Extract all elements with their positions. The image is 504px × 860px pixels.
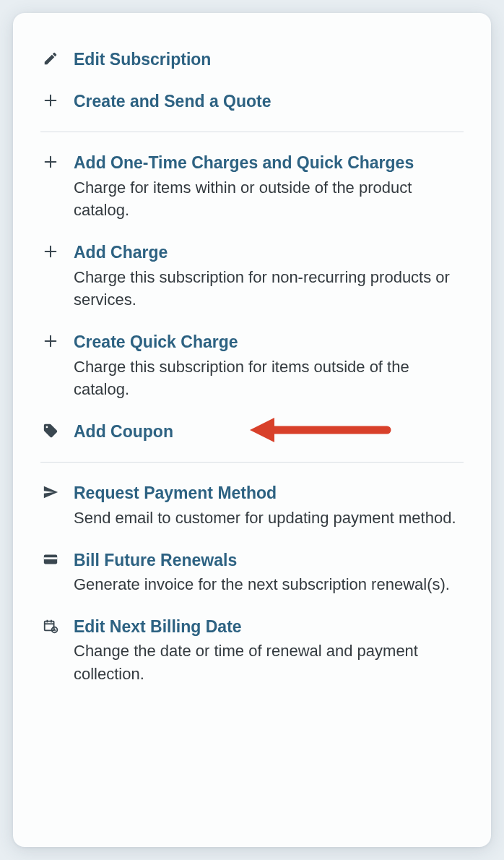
action-title: Add Coupon	[74, 420, 464, 443]
svg-line-19	[55, 630, 56, 631]
action-text: Edit Subscription	[74, 48, 464, 71]
action-text: Add Coupon	[74, 420, 464, 443]
action-description: Charge this subscription for items outsi…	[74, 356, 464, 402]
action-create-quick-charge[interactable]: Create Quick ChargeCharge this subscript…	[40, 330, 464, 401]
plus-icon	[40, 241, 61, 259]
action-title: Request Payment Method	[74, 481, 464, 504]
actions-panel: Edit SubscriptionCreate and Send a Quote…	[13, 13, 491, 847]
action-text: Request Payment MethodSend email to cust…	[74, 481, 464, 529]
action-title: Add One-Time Charges and Quick Charges	[74, 151, 464, 174]
plus-icon	[40, 90, 61, 108]
action-create-send-quote[interactable]: Create and Send a Quote	[40, 90, 464, 113]
action-text: Add ChargeCharge this subscription for n…	[74, 241, 464, 311]
svg-rect-12	[44, 557, 57, 559]
action-description: Send email to customer for updating paym…	[74, 507, 464, 530]
action-title: Create and Send a Quote	[74, 90, 464, 113]
tag-icon	[40, 420, 61, 439]
send-icon	[40, 481, 61, 500]
group-divider	[40, 462, 464, 463]
group-divider	[40, 132, 464, 132]
action-text: Bill Future RenewalsGenerate invoice for…	[74, 549, 464, 596]
action-description: Change the date or time of renewal and p…	[74, 640, 464, 686]
plus-icon	[40, 330, 61, 349]
action-bill-future-renewals[interactable]: Bill Future RenewalsGenerate invoice for…	[40, 549, 464, 596]
action-description: Generate invoice for the next subscripti…	[74, 573, 464, 596]
action-title: Bill Future Renewals	[74, 549, 464, 572]
action-description: Charge this subscription for non-recurri…	[74, 266, 464, 312]
action-text: Edit Next Billing DateChange the date or…	[74, 615, 464, 686]
calendar-icon	[40, 615, 61, 634]
action-title: Create Quick Charge	[74, 330, 464, 353]
action-text: Create Quick ChargeCharge this subscript…	[74, 330, 464, 401]
action-title: Edit Next Billing Date	[74, 615, 464, 638]
action-edit-subscription[interactable]: Edit Subscription	[40, 48, 464, 71]
action-request-payment-method[interactable]: Request Payment MethodSend email to cust…	[40, 481, 464, 529]
action-title: Edit Subscription	[74, 48, 464, 71]
card-icon	[40, 549, 61, 567]
action-add-charge[interactable]: Add ChargeCharge this subscription for n…	[40, 241, 464, 311]
action-text: Add One-Time Charges and Quick ChargesCh…	[74, 151, 464, 222]
action-text: Create and Send a Quote	[74, 90, 464, 113]
pencil-icon	[40, 48, 61, 66]
action-title: Add Charge	[74, 241, 464, 264]
action-add-coupon[interactable]: Add Coupon	[40, 420, 464, 443]
action-edit-next-billing-date[interactable]: Edit Next Billing DateChange the date or…	[40, 615, 464, 686]
action-description: Charge for items within or outside of th…	[74, 176, 464, 223]
action-add-one-time-charges[interactable]: Add One-Time Charges and Quick ChargesCh…	[40, 151, 464, 222]
plus-icon	[40, 151, 61, 170]
